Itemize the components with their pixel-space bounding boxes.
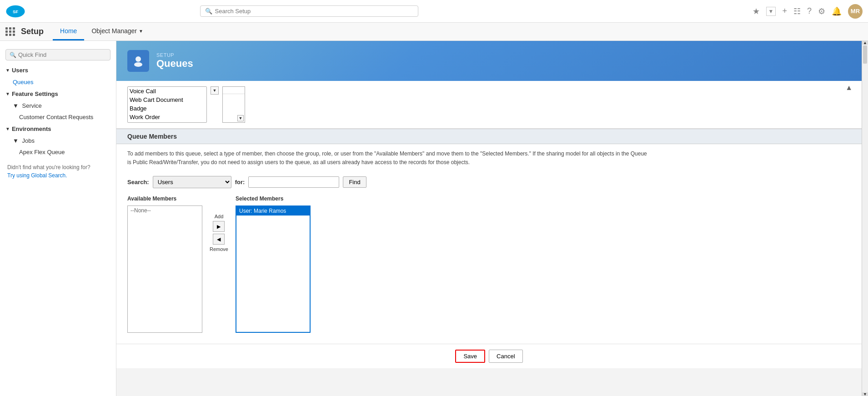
bell-icon[interactable]: 🔔 <box>832 6 842 16</box>
second-nav-bar: Setup Home Object Manager ▼ <box>0 23 868 41</box>
objects-scrollbar[interactable]: ▼ <box>211 86 219 95</box>
chevron-down-icon: ▼ <box>5 91 10 96</box>
setup-breadcrumb: SETUP <box>156 52 193 58</box>
tab-home[interactable]: Home <box>53 23 84 40</box>
dropdown-icon[interactable]: ▼ <box>766 7 776 16</box>
search-label: Search: <box>127 179 149 185</box>
objects-section: Voice Call Web Cart Document Badge Work … <box>116 81 862 129</box>
page-header-icon <box>127 50 149 72</box>
queue-members-section: Queue Members To add members to this que… <box>116 129 862 344</box>
add-label: Add <box>215 214 224 219</box>
svg-text:SF: SF <box>13 9 18 14</box>
scrollbar-down-arrow[interactable]: ▼ <box>862 392 868 396</box>
sidebar: 🔍 Que ▼ Users Queues ▼ Feature Settings … <box>0 41 116 396</box>
main-layout: 🔍 Que ▼ Users Queues ▼ Feature Settings … <box>0 41 868 396</box>
page-header-text: SETUP Queues <box>156 52 193 70</box>
svg-point-2 <box>135 56 141 62</box>
page-title: Queues <box>156 58 193 70</box>
available-members-list[interactable]: --None-- <box>127 206 202 333</box>
search-icon: 🔍 <box>205 8 212 15</box>
sidebar-section-feature-settings[interactable]: ▼ Feature Settings <box>0 88 116 100</box>
search-input[interactable] <box>215 8 413 15</box>
available-members-label: Available Members <box>127 195 202 202</box>
member-search-input[interactable] <box>248 176 339 188</box>
scrollbar-thumb[interactable] <box>863 45 867 64</box>
tab-object-manager[interactable]: Object Manager ▼ <box>84 23 151 40</box>
secondary-select: ▼ <box>222 86 245 123</box>
sidebar-not-found: Didn't find what you're looking for? Try… <box>0 158 116 185</box>
add-remove-controls: Add ▶ ◀ Remove <box>210 195 228 252</box>
svg-point-3 <box>134 62 142 67</box>
selected-member-item[interactable]: User: Marie Ramos <box>236 206 310 216</box>
right-scrollbar[interactable]: ▲ ▼ <box>862 41 868 396</box>
find-button[interactable]: Find <box>343 176 366 188</box>
add-button[interactable]: ▶ <box>213 221 225 232</box>
star-icon[interactable]: ★ <box>753 6 760 16</box>
sidebar-search-icon: 🔍 <box>10 52 16 58</box>
nav-tabs: Home Object Manager ▼ <box>53 23 151 40</box>
queue-members-description: To add members to this queue, select a t… <box>116 144 662 172</box>
sidebar-item-queues[interactable]: Queues <box>0 76 116 88</box>
member-type-select[interactable]: Users Roles Groups Roles and Subordinate… <box>153 176 231 188</box>
top-nav-bar: SF 🔍 ★ ▼ + ☷ ? ⚙ 🔔 MR <box>0 0 868 23</box>
chevron-down-icon: ▼ <box>5 126 10 131</box>
top-nav-right: ★ ▼ + ☷ ? ⚙ 🔔 MR <box>753 4 863 19</box>
content-area: SETUP Queues Voice Call Web Cart Documen… <box>116 41 862 396</box>
avatar[interactable]: MR <box>848 4 863 19</box>
queue-members-header: Queue Members <box>116 129 862 144</box>
sidebar-sub-service[interactable]: ▼ Service <box>0 100 116 111</box>
member-search-row: Search: Users Roles Groups Roles and Sub… <box>116 172 862 192</box>
salesforce-logo: SF <box>5 4 25 19</box>
sidebar-item-customer-contact-requests[interactable]: Customer Contact Requests <box>0 111 116 123</box>
app-launcher-icon[interactable] <box>5 27 15 36</box>
cancel-button[interactable]: Cancel <box>489 350 522 363</box>
global-search-bar[interactable]: 🔍 <box>200 5 418 17</box>
chevron-down-icon: ▼ <box>13 137 19 144</box>
selected-members-col: Selected Members User: Marie Ramos <box>236 195 311 333</box>
members-row: Available Members --None-- Add ▶ ◀ Remov… <box>116 192 862 336</box>
collapse-icon[interactable]: ▲ <box>845 84 853 92</box>
settings-icon[interactable]: ⚙ <box>818 6 825 16</box>
objects-select[interactable]: Voice Call Web Cart Document Badge Work … <box>127 86 207 123</box>
scroll-down-arrow[interactable]: ▼ <box>211 86 219 95</box>
sidebar-section-users[interactable]: ▼ Users <box>0 64 116 76</box>
apps-icon[interactable]: ☷ <box>793 6 801 16</box>
remove-button[interactable]: ◀ <box>213 234 225 245</box>
secondary-scroll-down[interactable]: ▼ <box>237 115 244 121</box>
sidebar-sub-jobs[interactable]: ▼ Jobs <box>0 135 116 146</box>
selected-members-label: Selected Members <box>236 195 311 202</box>
sidebar-search[interactable]: 🔍 Que <box>5 49 110 60</box>
remove-label: Remove <box>210 246 228 252</box>
objects-list-container: Voice Call Web Cart Document Badge Work … <box>116 83 862 126</box>
page-header: SETUP Queues <box>116 41 862 81</box>
for-label: for: <box>235 179 245 185</box>
chevron-down-icon: ▼ <box>139 29 143 34</box>
available-members-none: --None-- <box>128 206 202 215</box>
sidebar-section-environments[interactable]: ▼ Environments <box>0 123 116 135</box>
plus-icon[interactable]: + <box>782 6 787 16</box>
sidebar-search-input[interactable]: Que <box>18 51 106 58</box>
chevron-down-icon: ▼ <box>13 102 19 109</box>
sidebar-item-apex-flex-queue[interactable]: Apex Flex Queue <box>0 146 116 158</box>
save-button[interactable]: Save <box>455 350 485 363</box>
app-name-label: Setup <box>21 27 44 36</box>
scrollbar-up-arrow[interactable]: ▲ <box>862 41 868 45</box>
selected-members-list[interactable]: User: Marie Ramos <box>236 206 311 333</box>
global-search-link[interactable]: Try using Global Search. <box>7 172 67 179</box>
form-content: Voice Call Web Cart Document Badge Work … <box>116 81 862 368</box>
chevron-down-icon: ▼ <box>5 68 10 73</box>
help-icon[interactable]: ? <box>807 6 812 16</box>
available-members-col: Available Members --None-- <box>127 195 202 333</box>
footer-buttons: Save Cancel <box>116 344 862 368</box>
